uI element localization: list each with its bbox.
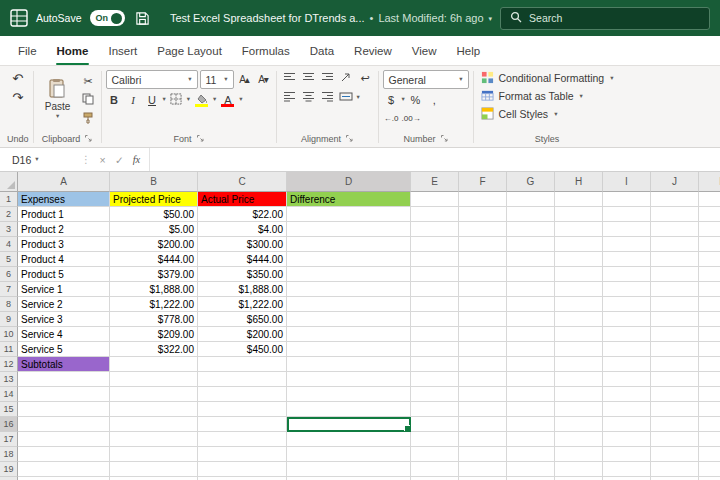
- cell-B1[interactable]: Projected Price: [110, 192, 198, 207]
- cell-C11[interactable]: $450.00: [198, 342, 287, 357]
- cell-E11[interactable]: [411, 342, 459, 357]
- cell-K9[interactable]: [699, 312, 720, 327]
- percent-style-button[interactable]: %: [407, 91, 424, 108]
- cell-A5[interactable]: Product 4: [18, 252, 110, 267]
- cell-K4[interactable]: [699, 237, 720, 252]
- cell-H2[interactable]: [555, 207, 603, 222]
- cell-D7[interactable]: [287, 282, 411, 297]
- cell-I7[interactable]: [603, 282, 651, 297]
- cell-D14[interactable]: [287, 387, 411, 402]
- cell-H16[interactable]: [555, 417, 603, 432]
- cell-J17[interactable]: [651, 432, 699, 447]
- italic-button[interactable]: I: [125, 91, 142, 108]
- cell-E4[interactable]: [411, 237, 459, 252]
- cell-A13[interactable]: [18, 372, 110, 387]
- confirm-entry-button[interactable]: ✓: [111, 154, 128, 166]
- cell-D11[interactable]: [287, 342, 411, 357]
- row-header-5[interactable]: 5: [0, 252, 18, 267]
- cell-K17[interactable]: [699, 432, 720, 447]
- align-top-button[interactable]: [281, 70, 298, 87]
- cell-D3[interactable]: [287, 222, 411, 237]
- font-size-combobox[interactable]: 11 ▾: [200, 70, 234, 89]
- cell-A9[interactable]: Service 3: [18, 312, 110, 327]
- cell-I19[interactable]: [603, 462, 651, 477]
- align-bottom-button[interactable]: [319, 70, 336, 87]
- row-header-3[interactable]: 3: [0, 222, 18, 237]
- cell-B10[interactable]: $209.00: [110, 327, 198, 342]
- cell-K12[interactable]: [699, 357, 720, 372]
- column-header-F[interactable]: F: [459, 172, 507, 192]
- cell-D17[interactable]: [287, 432, 411, 447]
- align-left-button[interactable]: [281, 89, 298, 106]
- cell-B3[interactable]: $5.00: [110, 222, 198, 237]
- cell-G1[interactable]: [507, 192, 555, 207]
- cell-C15[interactable]: [198, 402, 287, 417]
- insert-function-button[interactable]: fx: [128, 154, 145, 165]
- column-header-C[interactable]: C: [198, 172, 287, 192]
- cell-K5[interactable]: [699, 252, 720, 267]
- cell-I4[interactable]: [603, 237, 651, 252]
- column-header-E[interactable]: E: [411, 172, 459, 192]
- cell-K2[interactable]: [699, 207, 720, 222]
- cell-G9[interactable]: [507, 312, 555, 327]
- cell-I6[interactable]: [603, 267, 651, 282]
- row-header-15[interactable]: 15: [0, 402, 18, 417]
- cell-B14[interactable]: [110, 387, 198, 402]
- cell-I16[interactable]: [603, 417, 651, 432]
- select-all-corner[interactable]: [0, 172, 18, 192]
- cell-B2[interactable]: $50.00: [110, 207, 198, 222]
- cell-G4[interactable]: [507, 237, 555, 252]
- cell-F18[interactable]: [459, 447, 507, 462]
- cell-F17[interactable]: [459, 432, 507, 447]
- cell-G15[interactable]: [507, 402, 555, 417]
- cell-D15[interactable]: [287, 402, 411, 417]
- cell-D6[interactable]: [287, 267, 411, 282]
- cell-G6[interactable]: [507, 267, 555, 282]
- cell-F3[interactable]: [459, 222, 507, 237]
- orientation-button[interactable]: [338, 70, 355, 87]
- format-painter-button[interactable]: [80, 111, 97, 128]
- column-header-J[interactable]: J: [651, 172, 699, 192]
- grow-font-button[interactable]: A▴: [236, 71, 253, 88]
- cell-J10[interactable]: [651, 327, 699, 342]
- cell-E9[interactable]: [411, 312, 459, 327]
- cell-F4[interactable]: [459, 237, 507, 252]
- cell-B7[interactable]: $1,888.00: [110, 282, 198, 297]
- cell-J18[interactable]: [651, 447, 699, 462]
- font-dialog-launcher[interactable]: [196, 134, 204, 144]
- cell-F1[interactable]: [459, 192, 507, 207]
- font-color-chevron-icon[interactable]: ▾: [239, 96, 242, 103]
- cell-I15[interactable]: [603, 402, 651, 417]
- cell-H17[interactable]: [555, 432, 603, 447]
- cell-K6[interactable]: [699, 267, 720, 282]
- undo-button[interactable]: ↶: [9, 70, 26, 87]
- cell-A15[interactable]: [18, 402, 110, 417]
- cell-J8[interactable]: [651, 297, 699, 312]
- cell-F5[interactable]: [459, 252, 507, 267]
- cell-J19[interactable]: [651, 462, 699, 477]
- cell-K13[interactable]: [699, 372, 720, 387]
- column-header-I[interactable]: I: [603, 172, 651, 192]
- borders-button[interactable]: [168, 91, 185, 108]
- cell-B5[interactable]: $444.00: [110, 252, 198, 267]
- cell-E13[interactable]: [411, 372, 459, 387]
- cell-H4[interactable]: [555, 237, 603, 252]
- merge-chevron-icon[interactable]: ▾: [357, 94, 360, 101]
- cell-C13[interactable]: [198, 372, 287, 387]
- cell-J11[interactable]: [651, 342, 699, 357]
- increase-decimal-button[interactable]: ←.0: [383, 110, 400, 127]
- autosave-toggle[interactable]: On: [90, 10, 125, 26]
- cell-J15[interactable]: [651, 402, 699, 417]
- cell-K18[interactable]: [699, 447, 720, 462]
- cell-J4[interactable]: [651, 237, 699, 252]
- cell-F7[interactable]: [459, 282, 507, 297]
- cell-B17[interactable]: [110, 432, 198, 447]
- cell-J13[interactable]: [651, 372, 699, 387]
- cell-B9[interactable]: $778.00: [110, 312, 198, 327]
- cell-B4[interactable]: $200.00: [110, 237, 198, 252]
- row-header-8[interactable]: 8: [0, 297, 18, 312]
- cell-J7[interactable]: [651, 282, 699, 297]
- menu-tab-home[interactable]: Home: [47, 36, 99, 65]
- align-right-button[interactable]: [319, 89, 336, 106]
- cell-F14[interactable]: [459, 387, 507, 402]
